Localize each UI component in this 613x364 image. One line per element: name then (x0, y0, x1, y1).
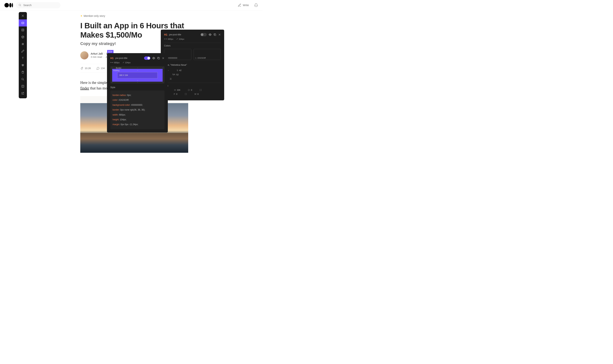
style-row: margin: 0px 0px -11.34px; (112, 122, 162, 127)
height-icon: ⤢ (176, 38, 178, 40)
expand-icon[interactable] (199, 89, 202, 91)
svg-rect-4 (22, 22, 24, 24)
style-row: width: 680px; (112, 112, 162, 117)
color-swatch-bg[interactable]: #00000000 (164, 49, 191, 60)
color-tool[interactable] (19, 62, 27, 69)
width-value: 680px (168, 38, 173, 40)
svg-point-10 (22, 30, 23, 31)
devtools-toolbar (19, 12, 27, 98)
svg-rect-36 (158, 58, 159, 59)
colors-section-label: Colors (164, 44, 221, 47)
svg-point-8 (22, 29, 23, 30)
svg-rect-25 (214, 34, 216, 36)
comment-button[interactable]: 134 (96, 67, 105, 70)
align-right-icon[interactable] (169, 78, 172, 80)
expand-icon[interactable] (185, 93, 187, 95)
comment-count: 134 (101, 67, 105, 70)
svg-line-15 (23, 43, 23, 45)
svg-rect-29 (195, 58, 196, 59)
style-row: border-radius: 0px; (112, 93, 162, 98)
search-icon (18, 3, 22, 7)
clap-count: 10.2K (85, 67, 91, 70)
dice-tool[interactable] (19, 26, 27, 34)
box-tool[interactable] (19, 34, 27, 40)
medium-logo[interactable] (4, 3, 13, 7)
width-icon: ⟷ (164, 38, 167, 40)
height-value: 104px (179, 38, 184, 40)
inspector-panel-secondary: H1 .pw-post-title ⟷680px ⤢104px Colors #… (161, 30, 224, 100)
height-icon: ⤢ (123, 61, 124, 64)
style-section-label: Style (110, 86, 165, 89)
write-label: Write (243, 4, 249, 7)
layout-tool[interactable] (19, 83, 27, 90)
top-navbar: Write (0, 0, 263, 11)
font-size-value: 42 (179, 69, 181, 71)
style-row: background-color: #00000000; (112, 103, 162, 107)
style-row: border: 0px none rgb(36, 36, 36); (112, 107, 162, 112)
star-icon: ✦ (80, 14, 83, 17)
read-time: 3 min read (91, 55, 102, 58)
copy-icon[interactable] (157, 57, 160, 60)
search-input[interactable] (23, 4, 58, 7)
codepen-icon[interactable] (209, 33, 211, 36)
width-icon: ⟷ (110, 61, 113, 64)
hash-tool[interactable] (19, 40, 27, 48)
style-list: border-radius: 0px; color: #242424ff; ba… (110, 91, 165, 129)
navbar-left (4, 2, 60, 8)
width-value: 680px (114, 62, 120, 64)
toggle-switch[interactable] (144, 56, 150, 60)
inspector-tool[interactable] (19, 19, 27, 26)
padding-label: Padding (113, 70, 119, 71)
clap-icon (80, 67, 84, 70)
box-model-diagram: - Border - - Padding - 680 X 104 - - - - (110, 66, 165, 83)
inspector-panel-primary: H1 .pw-post-title ⟷680px ⤢104px - Border… (107, 53, 168, 132)
write-icon (238, 3, 241, 7)
rotate-icon[interactable] (188, 89, 190, 91)
member-label: Member-only story (84, 14, 105, 17)
line-height-icon: ⇅A (172, 73, 175, 76)
h-value: 104 (177, 89, 180, 91)
write-button[interactable]: Write (238, 3, 249, 7)
svg-point-9 (23, 29, 24, 30)
link-finder[interactable]: finder (80, 86, 89, 90)
line-height-value: 52 (176, 74, 179, 76)
svg-rect-7 (22, 29, 24, 31)
close-icon[interactable] (162, 57, 165, 59)
close-icon[interactable] (218, 33, 221, 36)
element-tag: H1 (110, 57, 114, 60)
svg-line-1 (20, 6, 21, 6)
copy-icon[interactable] (213, 33, 216, 36)
search-tool[interactable] (19, 76, 27, 83)
comment-icon (96, 67, 99, 70)
close-button[interactable] (19, 12, 27, 19)
color-swatch-fg[interactable]: #242424ff (194, 49, 221, 60)
style-row: height: 104px; (112, 117, 162, 122)
author-name[interactable]: Artturi Jalli (91, 52, 103, 55)
content-dimensions: 680 X 104 (117, 72, 157, 78)
author-avatar[interactable] (80, 51, 88, 59)
clap-button[interactable]: 10.2K (80, 67, 91, 70)
element-tag: H1 (164, 33, 167, 36)
navbar-right: Write (238, 3, 258, 7)
search-box[interactable] (16, 2, 60, 8)
bell-icon[interactable] (254, 3, 258, 7)
svg-point-21 (22, 78, 23, 80)
style-row: color: #242424ff; (112, 98, 162, 102)
dimension-section-label: sion (164, 84, 221, 87)
element-class: .pw-post-title (115, 57, 127, 59)
trash-tool[interactable] (19, 69, 27, 76)
text-align-row (164, 78, 221, 80)
svg-point-11 (23, 30, 24, 31)
toggle-switch[interactable] (200, 33, 207, 36)
member-badge[interactable]: ✦ Member-only story (80, 14, 210, 17)
height-value: 104px (125, 62, 131, 64)
export-tool[interactable] (19, 90, 27, 97)
svg-point-0 (19, 4, 21, 6)
text-tool[interactable] (19, 55, 27, 62)
pencil-tool[interactable] (19, 48, 27, 55)
copy-icon (195, 57, 197, 59)
element-class: .pw-post-title (168, 33, 181, 36)
svg-line-22 (23, 80, 24, 80)
codepen-icon[interactable] (152, 57, 155, 60)
